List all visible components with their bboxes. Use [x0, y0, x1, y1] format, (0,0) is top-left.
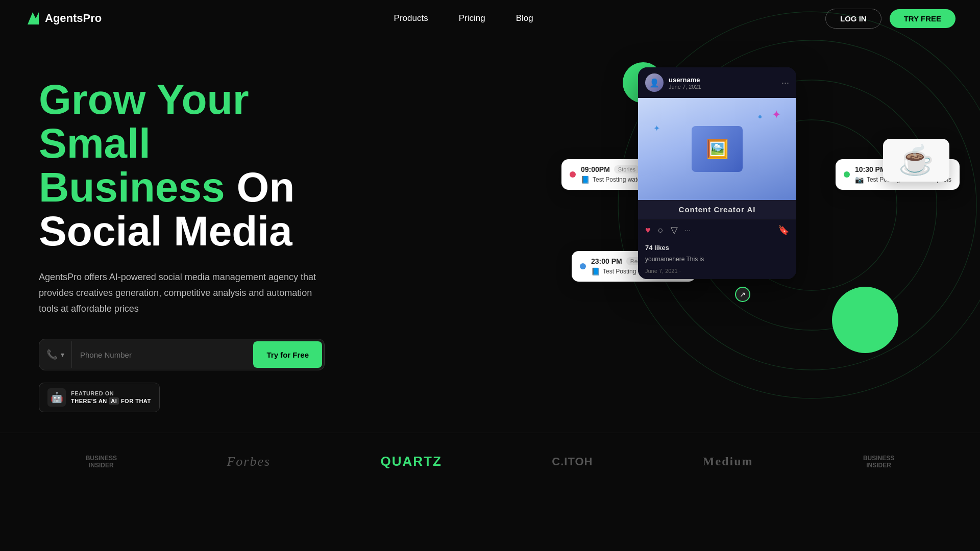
notif-platform-icon-1: 📘 [581, 176, 590, 184]
notif-dot-2 [580, 263, 586, 269]
nav-link-pricing[interactable]: Pricing [459, 13, 485, 23]
comment-text: This is [687, 256, 704, 263]
hero-right: 09:00PM Stories 📘 Test Posting water coo… [561, 57, 949, 394]
comment-icon[interactable]: ○ [658, 225, 664, 236]
notif-time-3: 10:30 PM [855, 165, 886, 173]
bookmark-icon[interactable]: 🔖 [778, 224, 789, 236]
hero-section: Grow Your Small Business On Social Media… [0, 37, 980, 412]
press-logo-quartz: QUARTZ [381, 454, 442, 469]
try-for-free-button[interactable]: Try for Free [253, 341, 322, 368]
nav-actions: LOG IN TRY FREE [825, 9, 955, 29]
notif-time-1: 09:00PM [581, 165, 610, 173]
headline-line1: Grow Your Small [39, 76, 249, 166]
card-username: username [669, 76, 701, 84]
headline-line2-white: On [225, 164, 295, 210]
sparkle-blue-icon: ✦ [653, 123, 660, 133]
card-avatar: 👤 [645, 73, 664, 92]
press-logo-citoh: C.ITOH [552, 455, 593, 468]
press-logo-medium: Medium [703, 455, 753, 468]
card-header-user: 👤 username June 7, 2021 [645, 73, 701, 92]
nav-link-blog[interactable]: Blog [516, 13, 533, 23]
navbar: AgentsPro Products Pricing Blog LOG IN T… [0, 0, 980, 37]
flag-code: ▾ [61, 350, 64, 359]
more-icon[interactable]: ··· [685, 226, 691, 234]
press-logo-business-insider-1: BUSINESS INSIDER [86, 455, 117, 469]
card-image: ✦ ✦ 🖼️ [638, 98, 796, 200]
card-image-inner: 🖼️ [692, 126, 743, 172]
headline-line2-green: Business [39, 164, 225, 210]
green-blob-bottom [832, 287, 898, 353]
hero-left: Grow Your Small Business On Social Media… [39, 57, 365, 412]
card-comment-date: June 7, 2021 · [638, 268, 796, 279]
card-header: 👤 username June 7, 2021 ··· [638, 67, 796, 98]
nav-link-products[interactable]: Products [394, 13, 428, 23]
sparkle-pink-icon: ✦ [772, 108, 781, 121]
badge-label: FEATURED ON [71, 390, 114, 396]
notif-platform-icon-2: 📘 [591, 267, 600, 276]
logo[interactable]: AgentsPro [24, 10, 102, 27]
svg-marker-0 [28, 12, 39, 24]
share-icon[interactable]: ▽ [671, 224, 678, 236]
product-image: ☕ [898, 146, 934, 174]
like-icon[interactable]: ♥ [645, 225, 651, 236]
press-bar: BUSINESS INSIDER Forbes QUARTZ C.ITOH Me… [0, 433, 980, 490]
press-logo-forbes: Forbes [227, 454, 271, 469]
logo-text: AgentsPro [45, 12, 102, 25]
card-action-icons: ♥ ○ ▽ ··· [645, 224, 691, 236]
badge-sub: THERE'S AN AI FOR THAT [71, 397, 151, 405]
comment-username: yournamehere [645, 256, 684, 263]
product-float-card: ☕ [883, 139, 949, 182]
phone-input[interactable] [72, 341, 251, 368]
press-logo-business-insider-2: BUSINESS INSIDER [863, 455, 894, 469]
featured-badge[interactable]: 🤖 FEATURED ON THERE'S AN AI FOR THAT [39, 383, 160, 412]
notif-platform-icon-3: 📷 [855, 176, 864, 184]
card-likes: 74 likes [638, 241, 796, 255]
notif-dot-3 [844, 171, 850, 178]
card-post-date: June 7, 2021 [669, 84, 701, 90]
card-menu-dots[interactable]: ··· [781, 78, 789, 88]
try-free-button[interactable]: TRY FREE [890, 9, 955, 28]
sparkle-dot [758, 115, 762, 118]
hero-headline: Grow Your Small Business On Social Media [39, 78, 365, 253]
badge-robot-icon: 🤖 [47, 388, 66, 407]
badge-text: FEATURED ON THERE'S AN AI FOR THAT [71, 390, 151, 406]
card-user-info: username June 7, 2021 [669, 76, 701, 90]
nav-links: Products Pricing Blog [394, 13, 533, 23]
notif-dot-1 [570, 171, 576, 178]
notif-type-1: Stories [614, 165, 640, 173]
cursor-icon: ↗ [735, 287, 750, 302]
phone-flag[interactable]: 📞 ▾ [39, 341, 72, 368]
hero-description: AgentsPro offers AI-powered social media… [39, 269, 325, 316]
flag-emoji: 📞 [46, 349, 58, 360]
headline-line3: Social Media [39, 208, 292, 254]
notif-time-2: 23:00 PM [591, 257, 622, 265]
card-comment: yournamehere This is [638, 255, 796, 268]
phone-input-row: 📞 ▾ Try for Free [39, 339, 325, 370]
logo-icon [24, 10, 41, 27]
login-button[interactable]: LOG IN [825, 9, 881, 29]
card-caption: Content Creator AI [638, 200, 796, 219]
card-actions: ♥ ○ ▽ ··· 🔖 [638, 219, 796, 241]
main-post-card: 👤 username June 7, 2021 ··· ✦ ✦ 🖼️ Conte… [638, 67, 796, 279]
